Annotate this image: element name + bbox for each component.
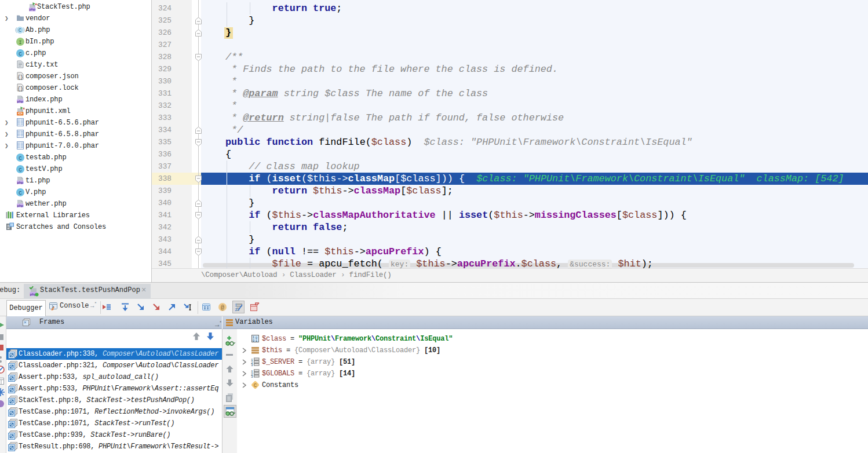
svg-text:<>: <> [18,111,23,115]
svg-text:C: C [19,156,22,162]
svg-text:{}: {} [17,86,23,92]
svg-text:I: I [19,40,21,46]
svg-text:1: 1 [235,303,237,308]
svg-text:C: C [19,28,22,34]
svg-text:php: php [17,181,23,184]
svg-text:C: C [254,383,257,389]
svg-text:C: C [19,52,22,57]
svg-text:3: 3 [251,375,253,378]
svg-text:php: php [29,8,35,11]
svg-text:2: 2 [235,308,237,312]
svg-text:C: C [19,191,22,196]
svg-text:@: @ [221,305,224,311]
svg-text:{}: {} [17,75,23,81]
svg-text:php: php [17,204,23,207]
svg-text:php: php [17,100,23,103]
svg-text:C: C [19,167,22,173]
svg-text:3: 3 [251,363,253,366]
